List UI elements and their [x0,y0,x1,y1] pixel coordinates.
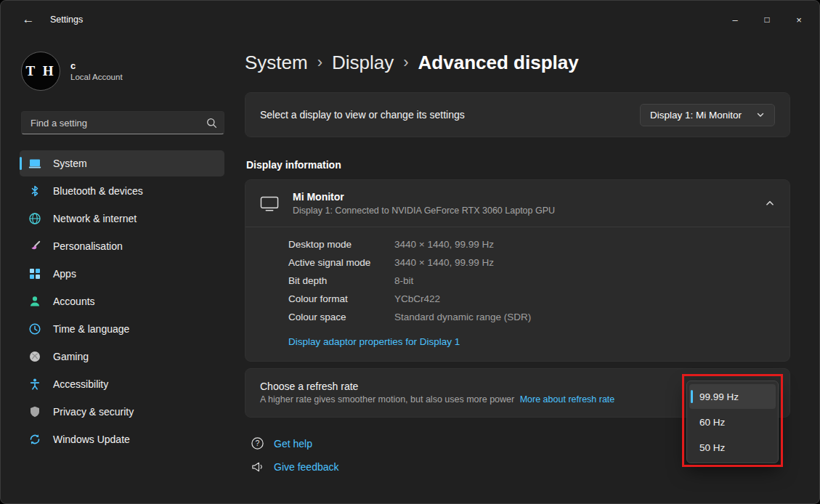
detail-row-bit-depth: Bit depth 8-bit [288,276,775,286]
detail-row-active-signal-mode: Active signal mode 3440 × 1440, 99.99 Hz [288,258,775,268]
chevron-down-icon [756,110,765,119]
help-icon: ? [251,436,264,450]
option-label: 99.99 Hz [699,391,739,402]
sidebar-item-label: Bluetooth & devices [53,185,143,197]
display-selector-card: Select a display to view or change its s… [245,92,790,137]
get-help-label: Get help [274,438,312,450]
option-label: 60 Hz [699,417,725,428]
search-icon [206,118,217,129]
sidebar-item-accessibility[interactable]: Accessibility [20,371,224,397]
sidebar-item-label: Windows Update [53,434,130,445]
maximize-button[interactable]: □ [751,7,783,33]
back-button[interactable]: ← [17,9,40,31]
detail-value: Standard dynamic range (SDR) [394,312,531,322]
minimize-button[interactable]: – [719,7,751,33]
detail-row-colour-format: Colour format YCbCr422 [288,294,775,304]
sidebar-item-accounts[interactable]: Accounts [20,288,224,314]
avatar: T H [21,52,60,91]
give-feedback-link[interactable]: Give feedback [251,460,339,473]
sidebar-item-privacy-security[interactable]: Privacy & security [20,399,224,425]
detail-value: 3440 × 1440, 99.99 Hz [394,240,494,250]
minimize-icon: – [732,15,737,25]
close-button[interactable]: × [783,7,815,33]
detail-label: Colour space [288,312,394,322]
detail-label: Desktop mode [288,240,394,250]
sidebar-item-system[interactable]: System [20,150,224,176]
detail-label: Colour format [288,294,394,304]
get-help-link[interactable]: ? Get help [251,436,312,450]
refresh-rate-description-text: A higher rate gives smoother motion, but… [260,394,514,405]
sidebar-item-label: Accounts [53,296,95,307]
clock-icon [28,322,41,336]
sidebar-item-network-internet[interactable]: Network & internet [20,206,224,232]
sidebar-item-label: System [53,158,87,169]
sidebar-item-gaming[interactable]: Gaming [20,344,224,370]
page-title: Advanced display [418,50,579,75]
refresh-rate-option-99hz[interactable]: 99.99 Hz [689,384,776,409]
close-icon: × [796,15,802,25]
titlebar: ← Settings – □ × [1,1,819,38]
sidebar-item-label: Time & language [53,323,129,335]
sidebar: T H c Local Account System [12,38,232,503]
display-details: Desktop mode 3440 × 1440, 99.99 Hz Activ… [245,227,789,361]
detail-value: YCbCr422 [394,294,440,304]
sidebar-item-apps[interactable]: Apps [20,261,224,287]
globe-icon [28,212,41,225]
sidebar-item-bluetooth-devices[interactable]: Bluetooth & devices [20,178,224,204]
refresh-rate-title: Choose a refresh rate [260,380,614,394]
display-adaptor-properties-link[interactable]: Display adaptor properties for Display 1 [288,336,460,347]
feedback-icon [251,460,264,473]
sidebar-item-personalisation[interactable]: Personalisation [20,233,224,259]
sidebar-item-label: Personalisation [53,240,123,252]
sidebar-item-windows-update[interactable]: Windows Update [20,426,224,452]
sidebar-item-label: Gaming [53,351,89,362]
more-about-refresh-rate-link[interactable]: More about refresh rate [520,394,615,405]
shield-icon [28,405,41,418]
monitor-icon [260,196,279,211]
breadcrumb-display[interactable]: Display [332,50,394,75]
bluetooth-icon [28,184,41,198]
monitor-expander-header[interactable]: Mi Monitor Display 1: Connected to NVIDI… [245,180,789,227]
sidebar-nav: System Bluetooth & devices Network & int… [14,150,230,452]
brush-icon [28,240,41,253]
detail-label: Bit depth [288,276,394,286]
display-selector-dropdown[interactable]: Display 1: Mi Monitor [640,104,775,126]
person-icon [28,295,41,308]
breadcrumb-separator-icon: › [317,50,322,75]
search-input[interactable] [22,112,224,134]
back-arrow-icon: ← [23,12,35,27]
system-icon [28,157,41,170]
update-icon [28,433,41,446]
window-title: Settings [50,15,83,25]
apps-icon [28,267,41,280]
svg-text:?: ? [256,439,260,447]
refresh-rate-option-60hz[interactable]: 60 Hz [689,410,776,434]
display-selector-label: Select a display to view or change its s… [260,109,465,121]
refresh-rate-dropdown-menu: 99.99 Hz 60 Hz 50 Hz [686,381,779,463]
selected-accent-bar [20,157,22,170]
window-controls: – □ × [719,1,815,38]
refresh-rate-option-50hz[interactable]: 50 Hz [689,435,776,460]
detail-row-desktop-mode: Desktop mode 3440 × 1440, 99.99 Hz [288,240,775,250]
detail-value: 8-bit [394,276,413,286]
breadcrumb-separator-icon: › [403,50,408,75]
sidebar-item-label: Network & internet [53,213,137,224]
display-selector-value: Display 1: Mi Monitor [650,110,742,121]
main-content: System › Display › Advanced display Sele… [245,38,790,503]
refresh-rate-card: Choose a refresh rate A higher rate give… [245,368,790,418]
search-box [21,111,224,134]
breadcrumb-system[interactable]: System [245,50,308,75]
sidebar-item-label: Apps [53,268,76,280]
sidebar-item-time-language[interactable]: Time & language [20,316,224,342]
sidebar-item-label: Privacy & security [53,406,134,418]
option-label: 50 Hz [699,442,725,453]
monitor-connection-detail: Display 1: Connected to NVIDIA GeForce R… [293,205,555,216]
user-name: c [70,60,123,72]
user-account-card[interactable]: T H c Local Account [21,52,226,91]
settings-window: ← Settings – □ × T H c Local Account [0,0,820,504]
monitor-name: Mi Monitor [293,190,555,203]
detail-label: Active signal mode [288,258,394,268]
detail-value: 3440 × 1440, 99.99 Hz [394,258,494,268]
breadcrumb: System › Display › Advanced display [245,50,790,75]
display-information-card: Mi Monitor Display 1: Connected to NVIDI… [245,179,790,362]
